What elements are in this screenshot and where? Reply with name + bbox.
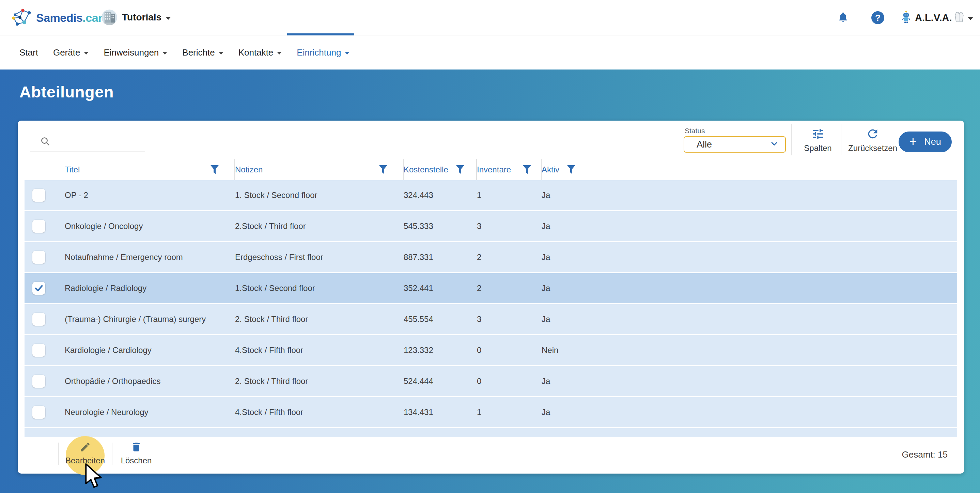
- trash-icon: [130, 441, 142, 454]
- search-box: [30, 132, 145, 152]
- chevron-down-icon: [84, 52, 89, 54]
- lab-coat-icon: [955, 12, 964, 24]
- cell-notizen: Erdgeschoss / First floor: [235, 253, 404, 262]
- cell-inventare: 3: [477, 221, 542, 231]
- row-checkbox[interactable]: [32, 282, 45, 295]
- cell-notizen: 4.Stock / Fifth floor: [235, 345, 404, 355]
- columns-button[interactable]: Spalten: [796, 123, 840, 157]
- footer-divider: [112, 442, 112, 465]
- chevron-down-icon: [277, 52, 282, 54]
- cell-titel: Kardiologie / Cardiology: [65, 345, 235, 355]
- table-body: OP - 2 1. Stock / Second floor 324.443 1…: [18, 180, 964, 437]
- plus-icon: +: [909, 135, 916, 148]
- column-header-inventare[interactable]: Inventare: [477, 159, 542, 180]
- cell-notizen: 2.Stock / Third floor: [235, 221, 404, 231]
- edit-button[interactable]: Bearbeiten: [65, 441, 106, 465]
- table-row[interactable]: Orthopädie / Orthopaedics 2. Stock / Thi…: [24, 366, 957, 396]
- cell-notizen: 4.Stock / Fifth floor: [235, 407, 404, 417]
- cell-titel: OP - 2: [65, 191, 235, 200]
- table-row[interactable]: Neurologie / Neurology 4.Stock / Fifth f…: [24, 397, 957, 427]
- cell-kostenstelle: 455.554: [404, 315, 477, 324]
- user-menu[interactable]: A.L.V.A.: [902, 0, 973, 35]
- footer-divider: [58, 442, 59, 465]
- header-checkbox-spacer: [32, 159, 65, 180]
- table-row[interactable]: Radiologie / Radiology 1.Stock / Second …: [24, 273, 957, 303]
- cell-aktiv: Ja: [542, 221, 613, 231]
- row-checkbox[interactable]: [32, 313, 45, 326]
- filter-icon[interactable]: [567, 165, 576, 175]
- sliders-icon: [811, 127, 825, 142]
- table-row[interactable]: OP - 2 1. Stock / Second floor 324.443 1…: [24, 180, 957, 210]
- user-label: A.L.V.A.: [915, 12, 952, 24]
- bell-icon: [837, 11, 849, 24]
- filter-icon[interactable]: [379, 165, 388, 175]
- table-row-partial: [24, 428, 957, 437]
- card-footer: Bearbeiten Löschen Gesamt: 15: [18, 437, 964, 473]
- cell-kostenstelle: 887.331: [404, 253, 477, 262]
- delete-button-label: Löschen: [121, 456, 152, 465]
- nav-item-berichte[interactable]: Berichte: [182, 47, 223, 58]
- toolbar-divider: [791, 124, 792, 155]
- row-checkbox[interactable]: [32, 406, 45, 419]
- notifications-button[interactable]: [837, 0, 849, 35]
- chevron-down-icon: [162, 52, 167, 54]
- search-icon: [40, 136, 51, 148]
- filter-icon[interactable]: [456, 165, 465, 175]
- table-row[interactable]: Onkologie / Oncology 2.Stock / Third flo…: [24, 211, 957, 241]
- cell-kostenstelle: 134.431: [404, 407, 477, 417]
- main-nav: Start Geräte Einweisungen Berichte Konta…: [0, 35, 980, 70]
- nav-item-geraete[interactable]: Geräte: [53, 47, 89, 58]
- main-content: Abteilungen Status Alle: [0, 70, 980, 493]
- nav-item-einweisungen[interactable]: Einweisungen: [103, 47, 167, 58]
- help-icon: ?: [871, 11, 884, 24]
- cell-inventare: 0: [477, 377, 542, 386]
- table-row[interactable]: Kardiologie / Cardiology 4.Stock / Fifth…: [24, 335, 957, 365]
- column-header-titel[interactable]: Titel: [65, 159, 235, 180]
- help-button[interactable]: ?: [871, 0, 884, 35]
- tutorials-label: Tutorials: [122, 12, 161, 23]
- cell-notizen: 2. Stock / Third floor: [235, 377, 404, 386]
- status-filter-label: Status: [685, 127, 705, 135]
- cell-titel: Onkologie / Oncology: [65, 221, 235, 231]
- page-title: Abteilungen: [19, 83, 114, 101]
- nav-item-kontakte[interactable]: Kontakte: [239, 47, 282, 58]
- nav-item-einrichtung[interactable]: Einrichtung: [297, 47, 350, 58]
- filter-icon[interactable]: [523, 165, 531, 175]
- cell-inventare: 1: [477, 191, 542, 200]
- column-header-kostenstelle[interactable]: Kostenstelle: [404, 159, 477, 180]
- status-filter-select[interactable]: Alle: [684, 136, 786, 153]
- cell-kostenstelle: 123.332: [404, 345, 477, 355]
- cell-notizen: 1. Stock / Second floor: [235, 191, 404, 200]
- cell-titel: (Trauma-) Chirurgie / (Trauma) surgery: [65, 315, 235, 324]
- tutorials-avatar: [102, 10, 117, 25]
- columns-button-label: Spalten: [804, 143, 832, 153]
- new-button-label: Neu: [924, 137, 941, 147]
- row-checkbox[interactable]: [32, 375, 45, 388]
- row-checkbox[interactable]: [32, 344, 45, 357]
- tutorials-menu[interactable]: Tutorials: [102, 10, 171, 25]
- row-checkbox[interactable]: [32, 251, 45, 264]
- cell-inventare: 1: [477, 407, 542, 417]
- column-header-notizen[interactable]: Notizen: [235, 159, 404, 180]
- table-row[interactable]: Notaufnahme / Emergency room Erdgeschoss…: [24, 242, 957, 272]
- brand-logo[interactable]: Samedis.care: [12, 8, 109, 27]
- robot-avatar-icon: [902, 11, 910, 25]
- filter-icon[interactable]: [210, 165, 219, 175]
- brand-wordmark: Samedis.care: [36, 11, 109, 24]
- pencil-icon: [80, 441, 91, 454]
- nav-item-start[interactable]: Start: [19, 47, 38, 58]
- table-row[interactable]: (Trauma-) Chirurgie / (Trauma) surgery 2…: [24, 304, 957, 334]
- header-filler: [613, 159, 964, 180]
- cell-kostenstelle: 524.444: [404, 377, 477, 386]
- delete-button[interactable]: Löschen: [116, 441, 157, 465]
- row-checkbox[interactable]: [32, 189, 45, 202]
- cell-titel: Neurologie / Neurology: [65, 407, 235, 417]
- reset-button[interactable]: Zurücksetzen: [843, 123, 902, 157]
- cell-kostenstelle: 324.443: [404, 191, 477, 200]
- row-checkbox[interactable]: [32, 220, 45, 233]
- new-button[interactable]: + Neu: [899, 132, 952, 152]
- cell-inventare: 2: [477, 283, 542, 293]
- cell-aktiv: Ja: [542, 407, 613, 417]
- column-header-aktiv[interactable]: Aktiv: [542, 159, 613, 180]
- cell-titel: Orthopädie / Orthopaedics: [65, 377, 235, 386]
